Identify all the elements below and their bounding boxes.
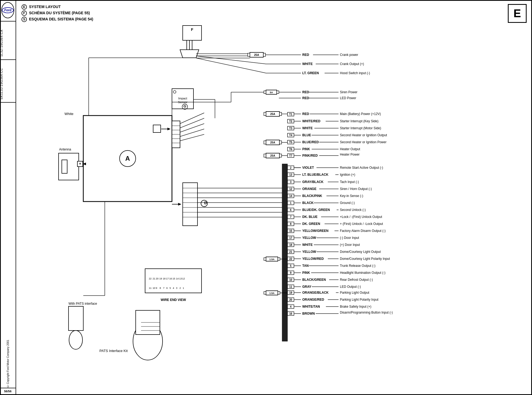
svg-text:+: + xyxy=(79,161,81,166)
main-content: E SYSTEM LAYOUT F SCHÉMA DU SYSTÈME (PAG… xyxy=(16,0,532,395)
svg-text:A: A xyxy=(125,155,130,162)
svg-text:Ford: Ford xyxy=(4,8,12,12)
svg-text:Factory Alarm Disarm Output (-: Factory Alarm Disarm Output (-) xyxy=(340,229,386,233)
svg-text:4: 4 xyxy=(173,287,174,289)
svg-text:25A: 25A xyxy=(270,154,275,157)
svg-text:WHITE/TAN: WHITE/TAN xyxy=(302,305,320,308)
svg-rect-189 xyxy=(278,258,280,260)
svg-text:+ (First) Unlock / -Lock Outpu: + (First) Unlock / -Lock Output xyxy=(340,222,383,226)
svg-text:1: 1 xyxy=(183,287,184,289)
svg-rect-254 xyxy=(62,160,67,173)
svg-text:14: 14 xyxy=(176,277,179,280)
left-sidebar: Ford 1L3Z-19G364-CA SK1L3J-19G364-CC © C… xyxy=(0,0,16,395)
svg-text:BLACK/GREEN: BLACK/GREEN xyxy=(302,278,326,282)
svg-text:2: 2 xyxy=(179,287,181,289)
svg-rect-81 xyxy=(279,141,282,144)
svg-rect-32 xyxy=(277,91,279,94)
part-number-2: SK1L3J-19G364-CC xyxy=(0,68,3,99)
svg-text:15: 15 xyxy=(172,277,175,280)
svg-text:1.5A: 1.5A xyxy=(269,292,275,295)
sidebar-part2: SK1L3J-19G364-CC xyxy=(0,60,16,103)
svg-text:6: 6 xyxy=(166,287,168,289)
svg-text:BLUE/RED: BLUE/RED xyxy=(302,140,319,144)
svg-rect-223 xyxy=(264,292,266,294)
svg-text:Second Heater or Ignition Outp: Second Heater or Ignition Output xyxy=(340,133,387,137)
svg-text:BLACK: BLACK xyxy=(302,201,314,205)
svg-text:BLACK/PINK: BLACK/PINK xyxy=(302,194,322,198)
svg-text:T6: T6 xyxy=(289,148,292,151)
svg-text:25A: 25A xyxy=(270,113,275,116)
svg-rect-51 xyxy=(264,112,266,116)
svg-text:Second Unlock (-): Second Unlock (-) xyxy=(340,208,366,212)
svg-text:GRAY/BLACK: GRAY/BLACK xyxy=(302,180,323,184)
svg-rect-13 xyxy=(248,53,250,56)
svg-text:ORANGE/RED: ORANGE/RED xyxy=(302,298,324,301)
svg-text:LT. BLUE/BLACK: LT. BLUE/BLACK xyxy=(302,173,328,177)
svg-text:Heater Power: Heater Power xyxy=(340,153,360,156)
svg-text:TAN: TAN xyxy=(302,264,309,268)
svg-text:16: 16 xyxy=(169,277,172,280)
svg-text:RED: RED xyxy=(302,112,309,116)
svg-text:Antenna: Antenna xyxy=(59,148,71,151)
svg-line-269 xyxy=(180,124,204,132)
diagram-svg: F 25A RED Crank power WHITE Crank Output… xyxy=(16,0,532,371)
svg-rect-320 xyxy=(69,306,83,331)
svg-text:22: 22 xyxy=(289,257,292,260)
svg-text:PATS Interface Kit: PATS Interface Kit xyxy=(99,349,128,353)
svg-text:Dome/Courtesy Light Output: Dome/Courtesy Light Output xyxy=(340,250,381,254)
svg-rect-224 xyxy=(278,292,280,294)
svg-text:T1: T1 xyxy=(289,113,292,116)
svg-text:1.5A: 1.5A xyxy=(269,258,275,261)
svg-text:PINK: PINK xyxy=(302,271,310,275)
svg-text:(-) Door Input: (-) Door Input xyxy=(340,236,359,240)
svg-text:LED Power: LED Power xyxy=(340,96,356,100)
svg-text:2: 2 xyxy=(290,166,292,169)
svg-text:1: 1 xyxy=(290,202,292,204)
svg-text:PINK: PINK xyxy=(302,147,310,151)
svg-text:White: White xyxy=(64,112,73,116)
svg-text:Ignition (+): Ignition (+) xyxy=(340,173,355,177)
svg-text:7: 7 xyxy=(163,287,164,289)
svg-text:WHITE: WHITE xyxy=(302,126,313,130)
svg-text:Hood Switch input (-): Hood Switch input (-) xyxy=(340,71,370,75)
svg-text:Headlight Illumination Output : Headlight Illumination Output (-) xyxy=(340,271,385,275)
svg-text:With PATS interface: With PATS interface xyxy=(69,302,97,306)
sidebar-part1: 1L3Z-19G364-CA xyxy=(0,21,16,60)
svg-text:GRAY: GRAY xyxy=(302,285,311,289)
svg-text:9: 9 xyxy=(290,271,292,274)
svg-text:14: 14 xyxy=(289,195,292,198)
svg-text:Remote Start Active Output (-): Remote Start Active Output (-) xyxy=(340,166,383,170)
svg-text:15: 15 xyxy=(289,229,292,232)
svg-text:T5: T5 xyxy=(289,141,292,144)
svg-text:+Lock / -(First) Unlock Output: +Lock / -(First) Unlock Output xyxy=(340,215,382,219)
svg-text:Impact: Impact xyxy=(178,97,187,100)
svg-text:5: 5 xyxy=(290,264,292,267)
svg-text:PINK/RED: PINK/RED xyxy=(302,154,318,157)
svg-text:Starter Interrupt (Motor Side): Starter Interrupt (Motor Side) xyxy=(340,126,381,130)
svg-text:T3: T3 xyxy=(289,127,292,130)
svg-text:10: 10 xyxy=(289,278,292,281)
svg-line-268 xyxy=(180,118,204,128)
svg-text:20: 20 xyxy=(289,298,292,301)
svg-text:BLUE/DK. GREEN: BLUE/DK. GREEN xyxy=(302,208,330,212)
svg-text:5: 5 xyxy=(170,287,171,289)
svg-marker-7 xyxy=(180,50,199,58)
svg-text:13: 13 xyxy=(289,173,292,176)
svg-text:Disarm/Programming Button Inpu: Disarm/Programming Button Input (-) xyxy=(340,311,393,314)
svg-text:ORANGE/BLACK: ORANGE/BLACK xyxy=(302,291,329,295)
svg-rect-14 xyxy=(263,53,265,56)
svg-text:Second Heater or Ignition Powe: Second Heater or Ignition Power xyxy=(340,140,386,144)
ford-logo: Ford xyxy=(1,2,14,18)
svg-text:3: 3 xyxy=(290,181,292,184)
svg-text:16: 16 xyxy=(289,312,292,315)
svg-text:YELLOW/GREEN: YELLOW/GREEN xyxy=(302,229,328,233)
svg-text:G: G xyxy=(184,104,186,108)
svg-text:11: 11 xyxy=(289,285,292,288)
svg-line-267 xyxy=(180,113,204,124)
svg-text:RED: RED xyxy=(302,90,309,94)
svg-text:Crank power: Crank power xyxy=(340,53,358,57)
svg-text:T2: T2 xyxy=(289,120,292,123)
svg-text:Ground (-): Ground (-) xyxy=(340,201,355,205)
svg-text:Trunk Release Output (-): Trunk Release Output (-) xyxy=(340,264,375,268)
svg-rect-275 xyxy=(183,183,197,226)
